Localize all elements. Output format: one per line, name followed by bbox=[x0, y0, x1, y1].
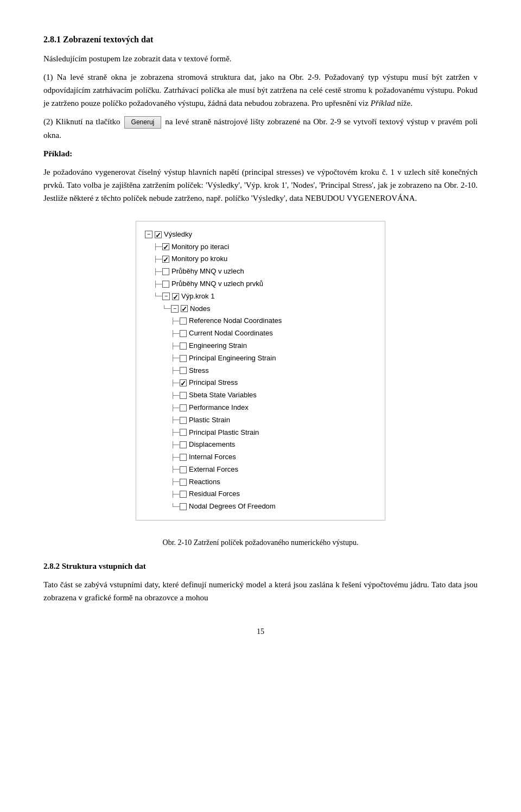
checkbox-plastic-strain[interactable] bbox=[180, 417, 187, 424]
connector-4: ├─ bbox=[154, 280, 162, 289]
tree-item-monitory-krok[interactable]: ├─ Monitory po kroku bbox=[145, 253, 376, 265]
checkbox-stress[interactable] bbox=[180, 367, 187, 374]
checkbox-prubehy1[interactable] bbox=[162, 268, 169, 275]
tree-item-sbeta[interactable]: ├─ Sbeta State Variables bbox=[145, 390, 376, 401]
paragraph-2: (1) Na levé straně okna je zobrazena str… bbox=[43, 71, 478, 110]
tree-item-principal-eng[interactable]: ├─ Principal Engineering Strain bbox=[145, 353, 376, 364]
connector-12: ├─ bbox=[171, 378, 180, 388]
checkbox-vyp-krok[interactable] bbox=[172, 293, 179, 300]
connector-15: ├─ bbox=[171, 415, 180, 425]
tree-item-reactions[interactable]: ├─ Reactions bbox=[145, 477, 376, 488]
expand-icon-vyp-krok[interactable]: − bbox=[162, 293, 170, 300]
connector-16: ├─ bbox=[171, 428, 180, 437]
connector-17: ├─ bbox=[171, 440, 180, 450]
paragraph-1: Následujícím postupem lze zobrazit data … bbox=[43, 52, 478, 65]
label-internal-forces: Internal Forces bbox=[189, 452, 236, 463]
checkbox-sbeta[interactable] bbox=[180, 392, 187, 399]
connector-7: ├─ bbox=[171, 316, 180, 326]
priklad-header: Příklad: bbox=[43, 147, 478, 160]
tree-item-plastic-strain[interactable]: ├─ Plastic Strain bbox=[145, 415, 376, 426]
checkbox-external-forces[interactable] bbox=[180, 466, 187, 473]
para2-suffix: níže. bbox=[395, 99, 412, 107]
checkbox-monitory-iter[interactable] bbox=[162, 243, 169, 250]
checkbox-principal-stress[interactable] bbox=[180, 379, 187, 386]
checkbox-reactions[interactable] bbox=[180, 479, 187, 486]
label-displacements: Displacements bbox=[189, 439, 235, 451]
label-external-forces: External Forces bbox=[189, 464, 238, 475]
tree-item-external-forces[interactable]: ├─ External Forces bbox=[145, 464, 376, 475]
label-vyp-krok: Výp.krok 1 bbox=[181, 291, 214, 302]
label-monitory-iter: Monitory po iteraci bbox=[171, 242, 229, 253]
connector-11: ├─ bbox=[171, 366, 180, 376]
connector-20: ├─ bbox=[171, 477, 180, 487]
connector-19: ├─ bbox=[171, 465, 180, 474]
checkbox-nodes[interactable] bbox=[181, 305, 188, 312]
checkbox-monitory-krok[interactable] bbox=[162, 256, 169, 263]
label-residual-forces: Residual Forces bbox=[189, 489, 240, 500]
tree-item-principal-stress[interactable]: ├─ Principal Stress bbox=[145, 377, 376, 389]
tree-view: − Výsledky ├─ Monitory po iteraci ├─ Mon… bbox=[136, 221, 385, 521]
connector-21: ├─ bbox=[171, 490, 180, 499]
checkbox-principal-eng[interactable] bbox=[180, 355, 187, 362]
label-nodes: Nodes bbox=[190, 303, 211, 315]
connector-9: ├─ bbox=[171, 341, 180, 351]
checkbox-nodal-dof[interactable] bbox=[180, 503, 187, 510]
tree-item-residual-forces[interactable]: ├─ Residual Forces bbox=[145, 489, 376, 500]
connector-3: ├─ bbox=[154, 267, 162, 277]
connector-18: ├─ bbox=[171, 453, 180, 462]
connector-10: ├─ bbox=[171, 353, 180, 363]
tree-item-curr-nodal[interactable]: ├─ Current Nodal Coordinates bbox=[145, 328, 376, 339]
checkbox-vysledky[interactable] bbox=[155, 231, 162, 238]
para3-prefix: (2) Kliknutí na tlačítko bbox=[43, 117, 123, 126]
tree-item-vyp-krok[interactable]: └─ − Výp.krok 1 bbox=[145, 291, 376, 302]
page-number: 15 bbox=[43, 626, 478, 638]
expand-icon-vysledky[interactable]: − bbox=[145, 231, 153, 238]
label-eng-strain: Engineering Strain bbox=[189, 340, 247, 352]
section-title: 2.8.1 Zobrazení textových dat bbox=[43, 33, 478, 47]
connector-1: ├─ bbox=[154, 242, 162, 252]
tree-item-vysledky[interactable]: − Výsledky bbox=[145, 229, 376, 240]
tree-item-nodes[interactable]: └─ − Nodes bbox=[145, 303, 376, 315]
tree-item-eng-strain[interactable]: ├─ Engineering Strain bbox=[145, 340, 376, 352]
tree-item-internal-forces[interactable]: ├─ Internal Forces bbox=[145, 452, 376, 463]
connector-8: ├─ bbox=[171, 329, 180, 339]
tree-item-performance[interactable]: ├─ Performance Index bbox=[145, 402, 376, 414]
label-stress: Stress bbox=[189, 365, 209, 377]
checkbox-residual-forces[interactable] bbox=[180, 491, 187, 498]
connector-5: └─ bbox=[154, 291, 162, 301]
label-principal-stress: Principal Stress bbox=[189, 377, 238, 389]
checkbox-principal-plastic[interactable] bbox=[180, 429, 187, 436]
label-nodal-dof: Nodal Degrees Of Freedom bbox=[189, 501, 276, 512]
tree-item-prubehy1[interactable]: ├─ Průběhy MNQ v uzlech bbox=[145, 266, 376, 277]
tree-item-monitory-iter[interactable]: ├─ Monitory po iteraci bbox=[145, 242, 376, 253]
tree-item-ref-nodal[interactable]: ├─ Reference Nodal Coordinates bbox=[145, 315, 376, 327]
expand-icon-nodes[interactable]: − bbox=[171, 305, 179, 313]
tree-item-prubehy2[interactable]: ├─ Průběhy MNQ v uzlech prvků bbox=[145, 278, 376, 290]
tree-item-displacements[interactable]: ├─ Displacements bbox=[145, 439, 376, 451]
checkbox-prubehy2[interactable] bbox=[162, 281, 169, 288]
label-plastic-strain: Plastic Strain bbox=[189, 415, 230, 426]
checkbox-eng-strain[interactable] bbox=[180, 342, 187, 350]
connector-14: ├─ bbox=[171, 403, 180, 413]
label-principal-plastic: Principal Plastic Strain bbox=[189, 427, 259, 439]
priklad-link: Příklad bbox=[371, 99, 395, 107]
checkbox-performance[interactable] bbox=[180, 404, 187, 411]
checkbox-displacements[interactable] bbox=[180, 441, 187, 448]
generuj-button[interactable]: Generuj bbox=[124, 116, 162, 129]
checkbox-ref-nodal[interactable] bbox=[180, 318, 187, 325]
label-ref-nodal: Reference Nodal Coordinates bbox=[189, 315, 282, 327]
label-performance: Performance Index bbox=[189, 402, 249, 414]
connector-22: └─ bbox=[171, 502, 180, 512]
subsection-title: 2.8.2 Struktura vstupních dat bbox=[43, 560, 478, 573]
tree-item-nodal-dof[interactable]: └─ Nodal Degrees Of Freedom bbox=[145, 501, 376, 512]
label-reactions: Reactions bbox=[189, 477, 220, 488]
label-curr-nodal: Current Nodal Coordinates bbox=[189, 328, 273, 339]
figure-caption: Obr. 2-10 Zatržení políček požadovaného … bbox=[43, 537, 478, 549]
connector-6: └─ bbox=[162, 304, 171, 314]
tree-item-principal-plastic[interactable]: ├─ Principal Plastic Strain bbox=[145, 427, 376, 439]
checkbox-curr-nodal[interactable] bbox=[180, 330, 187, 337]
connector-13: ├─ bbox=[171, 391, 180, 401]
tree-item-stress[interactable]: ├─ Stress bbox=[145, 365, 376, 377]
checkbox-internal-forces[interactable] bbox=[180, 454, 187, 461]
label-sbeta: Sbeta State Variables bbox=[189, 390, 257, 401]
